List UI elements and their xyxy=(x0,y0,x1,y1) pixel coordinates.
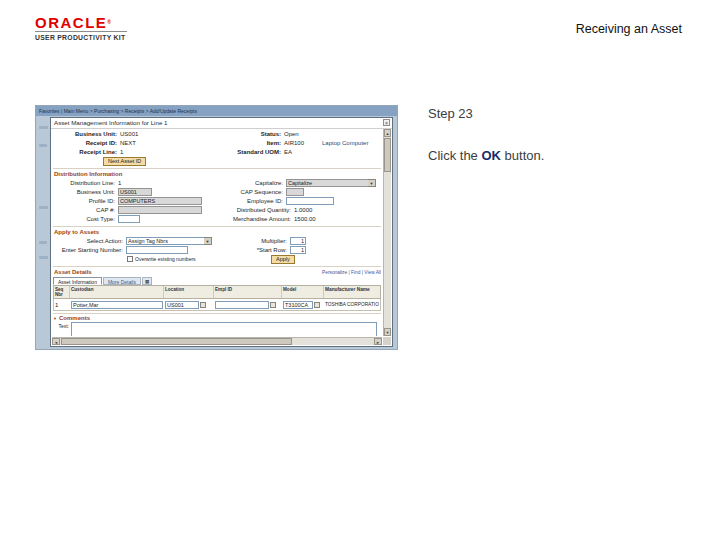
page-title: Receiving an Asset xyxy=(576,22,682,36)
cap-sequence-field[interactable] xyxy=(286,188,304,196)
dialog-body: Business Unit: US001 Receipt ID: NEXT Re… xyxy=(53,129,381,336)
collapse-icon[interactable]: ▼ xyxy=(53,316,57,321)
app-screenshot: Favorites | Main Menu > Purchasing > Rec… xyxy=(35,105,398,350)
overwrite-checkbox-label: Overwrite existing numbers xyxy=(135,256,196,262)
scrollbar-corner xyxy=(383,337,391,345)
status-label: Status: xyxy=(221,131,281,137)
employee-id-field[interactable] xyxy=(286,197,334,205)
overwrite-checkbox[interactable] xyxy=(127,256,133,262)
scroll-left-icon[interactable]: ◄ xyxy=(52,338,60,345)
scroll-down-icon[interactable]: ▼ xyxy=(384,328,391,336)
cell-seq: 1 xyxy=(54,302,70,308)
capitalize-select[interactable]: Capitalize ▼ xyxy=(286,179,376,187)
vertical-scroll-thumb[interactable] xyxy=(384,138,391,172)
instruction-post: button. xyxy=(501,148,544,163)
trademark-symbol: ® xyxy=(107,19,112,25)
distributed-quantity-value: 1.0000 xyxy=(294,207,312,213)
item-value: AIR100 xyxy=(284,140,304,146)
horizontal-scroll-thumb[interactable] xyxy=(61,338,292,345)
oracle-brand-text: ORACLE® xyxy=(35,15,127,30)
grid-links[interactable]: Personalize | Find | View All xyxy=(322,270,381,275)
cap-number-label: CAP #: xyxy=(53,207,115,213)
instruction-text: Click the OK button. xyxy=(428,148,544,163)
instruction-pre: Click the xyxy=(428,148,478,163)
cap-number-field[interactable] xyxy=(118,206,202,214)
background-page-fragment xyxy=(39,241,47,244)
item-description: Laptop Computer xyxy=(322,140,368,146)
uom-value: EA xyxy=(284,149,292,155)
starting-number-label: Enter Starting Number: xyxy=(53,247,123,253)
tab-more-details[interactable]: More Details xyxy=(103,277,141,285)
multiplier-label: Multiplier: xyxy=(241,238,287,244)
multiplier-field[interactable]: 1 xyxy=(290,237,306,245)
select-action-value: Assign Tag Nbrs xyxy=(126,237,204,245)
uom-label: Standard UOM: xyxy=(221,149,281,155)
uom-row: Standard UOM: EA xyxy=(221,148,381,156)
starting-number-field[interactable] xyxy=(126,246,188,254)
scroll-up-icon[interactable]: ▲ xyxy=(384,129,391,137)
col-model: Model xyxy=(282,286,324,298)
oracle-logo: ORACLE® USER PRODUCTIVITY KIT xyxy=(35,15,127,41)
background-page-fragment xyxy=(39,206,48,209)
apply-left-column: Select Action: Assign Tag Nbrs ▼ Enter S… xyxy=(53,236,241,264)
dist-business-unit-label: Business Unit: xyxy=(53,189,115,195)
next-asset-id-button[interactable]: Next Asset ID xyxy=(103,157,146,166)
empl-id-field[interactable] xyxy=(215,301,269,309)
model-field[interactable]: T3100CA xyxy=(283,301,313,309)
lookup-icon[interactable] xyxy=(270,302,276,308)
apply-to-assets-section: Apply to Assets Select Action: Assign Ta… xyxy=(53,226,381,264)
horizontal-scrollbar[interactable]: ◄ ► xyxy=(52,337,382,345)
close-icon[interactable]: × xyxy=(383,119,390,126)
asset-details-section: Asset Details Personalize | Find | View … xyxy=(53,266,381,311)
lookup-icon[interactable] xyxy=(200,302,206,308)
show-all-columns-icon[interactable]: ▦ xyxy=(142,277,152,285)
distribution-section-title: Distribution Information xyxy=(54,171,381,177)
merchandise-amount-label: Merchandise Amount: xyxy=(221,216,291,222)
status-value: Open xyxy=(284,131,299,137)
tab-asset-information[interactable]: Asset Information xyxy=(53,277,102,285)
background-page-fragment xyxy=(39,144,47,147)
distribution-line-label: Distribution Line: xyxy=(53,180,115,186)
apply-right-column: Multiplier:1 *Start Row:1 Apply xyxy=(241,236,381,264)
receipt-line-row: Receipt Line: 1 xyxy=(53,148,221,156)
comments-textarea[interactable] xyxy=(71,322,377,336)
col-seq-nbr: Seq Nbr xyxy=(54,286,70,298)
business-unit-value: US001 xyxy=(120,131,138,137)
dialog-header-fields: Business Unit: US001 Receipt ID: NEXT Re… xyxy=(53,129,381,166)
receipt-line-label: Receipt Line: xyxy=(53,149,117,155)
comments-section: ▼ Comments Text: xyxy=(53,313,381,336)
capitalize-label: Capitalize: xyxy=(221,180,283,186)
comments-title[interactable]: Comments xyxy=(59,315,90,321)
dist-business-unit-field[interactable]: US001 xyxy=(118,188,152,196)
col-location: Location xyxy=(164,286,214,298)
capitalize-select-value: Capitalize xyxy=(286,179,368,187)
cost-type-field[interactable] xyxy=(118,215,140,223)
manufacturer-value: TOSHIBA CORPORATIO xyxy=(324,302,380,307)
dialog-title-bar: Asset Management Information for Line 1 … xyxy=(51,118,392,129)
apply-button[interactable]: Apply xyxy=(271,255,295,264)
logo-divider xyxy=(35,31,127,32)
select-action-dropdown[interactable]: Assign Tag Nbrs ▼ xyxy=(126,237,212,245)
distribution-left-column: Distribution Line:1 Business Unit:US001 … xyxy=(53,178,221,224)
apply-section-title: Apply to Assets xyxy=(54,229,381,235)
table-row: 1 Potter,Mar US001 T3100CA TOSHIBA CORPO… xyxy=(53,299,381,311)
step-label: Step 23 xyxy=(428,106,473,121)
merchandise-amount-value: 1500.00 xyxy=(294,216,316,222)
cap-sequence-label: CAP Sequence: xyxy=(221,189,283,195)
location-field[interactable]: US001 xyxy=(165,301,199,309)
profile-id-field[interactable]: COMPUTERS xyxy=(118,197,202,205)
scroll-right-icon[interactable]: ► xyxy=(374,338,382,345)
breadcrumb[interactable]: Favorites | Main Menu > Purchasing > Rec… xyxy=(36,106,397,116)
header-left-column: Business Unit: US001 Receipt ID: NEXT Re… xyxy=(53,129,221,166)
vertical-scrollbar[interactable]: ▲ ▼ xyxy=(383,129,391,336)
col-custodian: Custodian xyxy=(70,286,164,298)
instruction-bold: OK xyxy=(481,148,501,163)
col-empl-id: Empl ID xyxy=(214,286,282,298)
grid-tabs: Asset Information More Details ▦ xyxy=(53,277,381,285)
asset-details-title: Asset Details xyxy=(54,269,92,275)
comments-text-label: Text: xyxy=(53,322,69,336)
start-row-field[interactable]: 1 xyxy=(290,246,306,254)
custodian-field[interactable]: Potter,Mar xyxy=(71,301,163,309)
lookup-icon[interactable] xyxy=(314,302,320,308)
distributed-quantity-label: Distributed Quantity: xyxy=(221,207,291,213)
